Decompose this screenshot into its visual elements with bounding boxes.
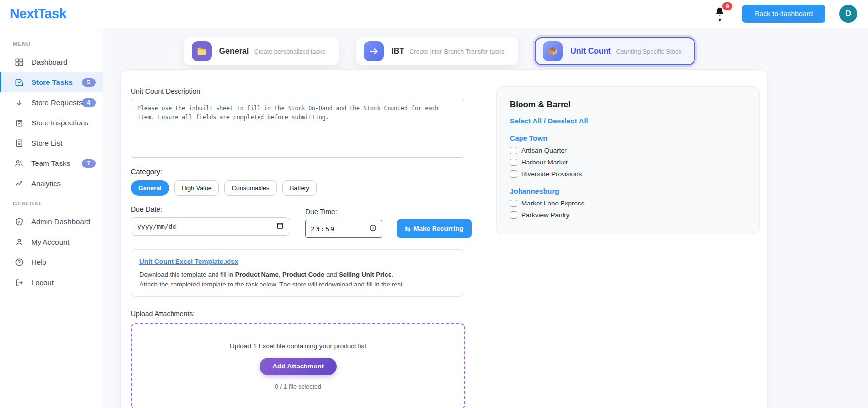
sidebar-item-store-list[interactable]: Store List [0, 133, 103, 153]
notification-badge: 9 [722, 2, 732, 10]
folder-icon [192, 41, 212, 61]
category-consumables-button[interactable]: Consumables [224, 180, 277, 196]
template-line1-suffix: . [391, 271, 393, 278]
upload-dropzone[interactable]: Upload 1 Excel file containing your prod… [131, 323, 465, 408]
due-row: Due Date: yyyy/mm/dd Due Time: 23:59 [131, 205, 475, 238]
category-buttons: General High Value Consumables Battery [131, 180, 475, 196]
description-label: Unit Count Description [131, 87, 475, 95]
make-recurring-label: Make Recurring [413, 225, 463, 232]
sidebar-item-help[interactable]: Help [0, 252, 103, 272]
template-sep1: , [279, 271, 282, 278]
template-bold-product-code: Product Code [282, 271, 324, 278]
add-attachment-button[interactable]: Add Attachment [260, 358, 337, 375]
sidebar-item-label: Store Requests [31, 98, 82, 107]
sidebar-item-store-inspections[interactable]: Store Inspections [0, 113, 103, 133]
user-avatar[interactable]: D [839, 5, 857, 23]
calendar-icon[interactable] [276, 222, 284, 231]
tab-description: Create Inter-Branch Transfer tasks [409, 48, 504, 55]
store-requests-badge: 4 [82, 98, 96, 107]
select-all-link[interactable]: Select All / Deselect All [510, 117, 746, 125]
checkbox-unchecked-icon[interactable] [510, 211, 517, 219]
arrow-down-icon [14, 98, 24, 107]
sidebar-item-team-tasks[interactable]: Team Tasks 7 [0, 153, 103, 173]
person-icon [14, 237, 24, 246]
unit-count-form-card: Unit Count Description Please use the in… [120, 69, 768, 408]
template-bold-product-name: Product Name [235, 271, 279, 278]
clock-icon[interactable] [369, 224, 377, 234]
template-instructions: Download this template and fill in Produ… [139, 270, 456, 289]
document-icon [14, 138, 24, 148]
category-high-value-button[interactable]: High Value [174, 180, 219, 196]
grid-icon [14, 57, 24, 67]
city-johannesburg: Johannesburg [510, 187, 746, 195]
category-battery-button[interactable]: Battery [282, 180, 317, 196]
store-name: Artisan Quarter [521, 147, 567, 154]
checkbox-unchecked-icon[interactable] [510, 170, 517, 178]
sidebar-item-logout[interactable]: Logout [0, 272, 103, 292]
store-row-harbour-market[interactable]: Harbour Market [510, 159, 746, 166]
due-date-value: yyyy/mm/dd [137, 223, 176, 230]
store-row-artisan-quarter[interactable]: Artisan Quarter [510, 147, 746, 154]
tab-ibt[interactable]: IBT Create Inter-Branch Transfer tasks [356, 37, 518, 65]
tab-label: IBT [391, 47, 404, 55]
upload-status: 0 / 1 file selected [275, 383, 321, 390]
checkbox-unchecked-icon[interactable] [510, 159, 517, 166]
store-name: Market Lane Express [521, 200, 585, 207]
trend-icon [14, 179, 24, 188]
template-bold-selling-unit-price: Selling Unit Price [339, 271, 391, 278]
city-cape-town: Cape Town [510, 134, 746, 142]
task-type-tabs: General Create personalized tasks IBT Cr… [103, 37, 776, 65]
arrow-right-icon [364, 41, 384, 61]
tab-label: Unit Count [570, 47, 611, 55]
template-download-link[interactable]: Unit Count Excel Template.xlsx [139, 258, 238, 265]
sidebar-item-store-tasks[interactable]: Store Tasks 5 [0, 72, 103, 92]
store-name: Parkview Pantry [521, 211, 570, 219]
sidebar-item-label: Dashboard [31, 58, 67, 66]
checkbox-unchecked-icon[interactable] [510, 200, 517, 207]
sidebar-item-label: Help [31, 258, 46, 266]
sidebar-item-label: Admin Dashboard [31, 217, 90, 226]
top-bar: NextTask ▼ 9 Back to dashboard D [0, 0, 868, 28]
store-row-riverside-provisions[interactable]: Riverside Provisions [510, 170, 746, 178]
due-time-input[interactable]: 23:59 [305, 220, 382, 238]
sidebar-item-store-requests[interactable]: Store Requests 4 [0, 92, 103, 113]
category-general-button[interactable]: General [131, 180, 169, 196]
sidebar-item-dashboard[interactable]: Dashboard [0, 52, 103, 72]
chevron-down-icon: ▼ [718, 19, 722, 22]
store-row-parkview-pantry[interactable]: Parkview Pantry [510, 211, 746, 219]
tab-description: Create personalized tasks [254, 48, 326, 55]
recurring-icon: ⇆ [405, 225, 410, 233]
template-line1-prefix: Download this template and fill in [139, 271, 235, 278]
template-sep2: and [324, 271, 339, 278]
check-square-icon [14, 78, 24, 87]
sidebar-item-my-account[interactable]: My Account [0, 232, 103, 252]
sidebar-item-label: Analytics [31, 179, 61, 188]
tab-general[interactable]: General Create personalized tasks [184, 37, 340, 65]
sidebar-item-analytics[interactable]: Analytics [0, 173, 103, 194]
back-to-dashboard-button[interactable]: Back to dashboard [742, 5, 825, 23]
notifications-button[interactable]: ▼ 9 [711, 5, 728, 22]
due-date-input[interactable]: yyyy/mm/dd [131, 217, 290, 236]
store-selector-panel: Bloom & Barrel Select All / Deselect All… [496, 86, 760, 234]
template-line2: Attach the completed template to the tas… [139, 281, 404, 288]
template-info-box: Unit Count Excel Template.xlsx Download … [131, 249, 464, 297]
store-name: Harbour Market [521, 159, 568, 166]
shield-icon [14, 217, 24, 226]
sidebar-item-label: My Account [31, 238, 70, 246]
description-textarea[interactable]: Please use the inbuilt sheet to fill in … [131, 99, 464, 158]
checkbox-unchecked-icon[interactable] [510, 147, 517, 154]
store-tasks-badge: 5 [82, 78, 96, 87]
sidebar: MENU Dashboard Store Tasks 5 Store Reque… [0, 28, 103, 408]
people-icon [14, 159, 24, 168]
make-recurring-button[interactable]: ⇆ Make Recurring [397, 219, 472, 238]
tab-description: Counting Specific Stock [616, 48, 681, 55]
form-column: Unit Count Description Please use the in… [121, 70, 475, 408]
store-name: Riverside Provisions [521, 170, 582, 178]
sidebar-item-admin-dashboard[interactable]: Admin Dashboard [0, 211, 103, 232]
due-date-label: Due Date: [131, 205, 290, 213]
store-row-market-lane-express[interactable]: Market Lane Express [510, 200, 746, 207]
team-tasks-badge: 7 [82, 159, 96, 168]
question-icon [14, 257, 24, 267]
sidebar-item-label: Store Inspections [31, 119, 88, 127]
tab-unit-count[interactable]: Unit Count Counting Specific Stock [535, 37, 695, 65]
